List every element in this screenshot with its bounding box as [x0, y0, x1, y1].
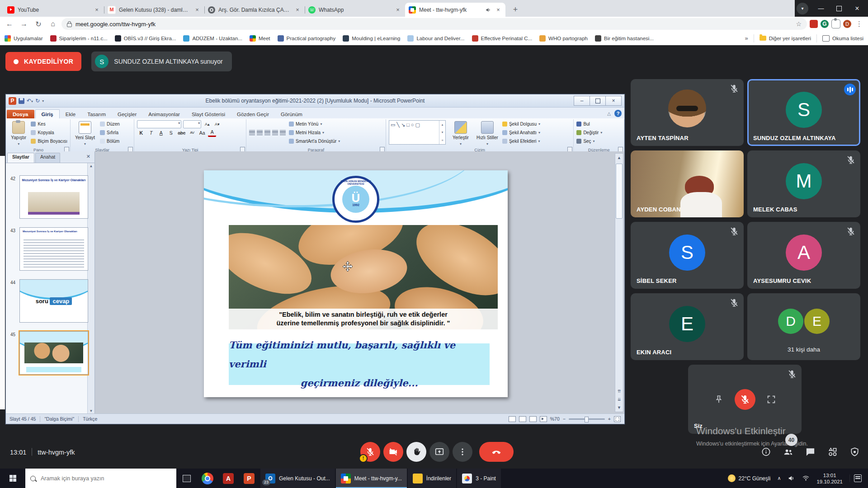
panel-close-icon[interactable]: ✕: [84, 153, 93, 163]
next-slide-button[interactable]: ⇊: [618, 395, 621, 404]
ribbon-tab-animasyonlar[interactable]: Animasyonlar: [142, 110, 186, 118]
taskbar-button[interactable]: 3 - Paint: [457, 469, 501, 488]
ribbon-tab-ekle[interactable]: Ekle: [60, 110, 81, 118]
tab-close-icon[interactable]: ×: [394, 6, 401, 13]
zoom-slider[interactable]: [569, 418, 605, 420]
ribbon-button-yapıştır[interactable]: Yapıştır▾: [9, 120, 28, 146]
font-grow-shrink[interactable]: A▾: [213, 121, 221, 127]
panel-scrollbar[interactable]: ▲▼: [87, 163, 94, 414]
browser-tab[interactable]: Arş. Gör. Damla Kızılca ÇAKALOZ×: [204, 3, 305, 17]
more-options-button[interactable]: [453, 442, 472, 462]
bookmark-item[interactable]: Bir eğitim hastanesi...: [595, 35, 654, 42]
ribbon-button-bul[interactable]: Bul: [576, 120, 602, 128]
qat-customize-icon[interactable]: ▾: [42, 99, 44, 103]
taskbar-app-chrome[interactable]: [197, 469, 218, 488]
ribbon-tab-tasarım[interactable]: Tasarım: [81, 110, 112, 118]
font-style-button-6[interactable]: Aa: [198, 129, 206, 136]
thumbnail-slide[interactable]: Mezuniyet Sonrası İş ve Kariyer Olanakla…: [19, 175, 88, 219]
tab-search-icon[interactable]: ▾: [797, 3, 808, 14]
bookmark-item[interactable]: Meet: [250, 35, 270, 42]
task-view-button[interactable]: [176, 469, 197, 488]
ribbon-button-metin-yönü[interactable]: Metin Yönü▾: [289, 120, 340, 128]
chat-icon[interactable]: [805, 447, 816, 457]
list-indent-icon[interactable]: [264, 122, 270, 127]
browser-tab[interactable]: ☏WhatsApp×: [305, 3, 405, 17]
search-input[interactable]: [40, 475, 171, 482]
forward-icon[interactable]: →: [18, 18, 30, 30]
zoom-out-icon[interactable]: −: [563, 416, 566, 422]
font-grow-shrink[interactable]: A▴: [203, 121, 211, 127]
thumbnail-slide[interactable]: Mezuniyet Sonrası İş ve Kariyer Olanakla…: [19, 227, 88, 271]
weather-widget[interactable]: 22°C Güneşli: [728, 474, 771, 482]
bookmark-star-icon[interactable]: ☆: [796, 20, 802, 28]
redo-icon[interactable]: ↻: [35, 98, 40, 104]
ribbon-button-şekil-efektleri[interactable]: Şekil Efektleri▾: [502, 137, 540, 145]
thumbnail-slide[interactable]: soru cevap: [19, 279, 88, 323]
ribbon-tab-giriş[interactable]: Giriş: [35, 109, 60, 118]
tab-close-icon[interactable]: ×: [294, 6, 301, 13]
ribbon-tab-görünüm[interactable]: Görünüm: [275, 110, 308, 118]
ribbon-button-şekil-anahattı[interactable]: Şekil Anahattı▾: [502, 129, 540, 136]
tab-close-icon[interactable]: ×: [93, 6, 100, 13]
ribbon-button-kopyala[interactable]: Kopyala: [31, 129, 67, 136]
host-controls-icon[interactable]: [849, 447, 860, 457]
bookmark-item[interactable]: Effective Perinatal C...: [472, 35, 533, 42]
ribbon-button-şekil-dolgusu[interactable]: Şekil Dolgusu▾: [502, 120, 540, 128]
font-style-button-5[interactable]: AV: [188, 129, 196, 136]
bookmark-item[interactable]: Moulding | eLearning: [343, 35, 400, 42]
ribbon-button-metni-hizala[interactable]: Metni Hizala▾: [289, 129, 340, 136]
meeting-details-icon[interactable]: [761, 447, 771, 457]
ribbon-tab-geçişler[interactable]: Geçişler: [112, 110, 142, 118]
ribbon-button-değiştir[interactable]: Değiştir▾: [576, 129, 602, 136]
profile-avatar[interactable]: D: [843, 20, 851, 28]
previous-slide-button[interactable]: ⇈: [618, 387, 621, 395]
view-normal-icon[interactable]: [509, 416, 516, 422]
raise-hand-button[interactable]: [406, 442, 426, 462]
tab-close-icon[interactable]: ×: [193, 6, 201, 13]
thumbnail-slide[interactable]: [19, 331, 88, 375]
save-icon[interactable]: [19, 98, 24, 104]
bookmark-item[interactable]: WHO partograph: [539, 35, 588, 42]
ribbon-button-hızlı stiller[interactable]: Hızlı Stiller▾: [476, 120, 499, 146]
extensions-puzzle-icon[interactable]: [831, 19, 840, 28]
font-style-button-0[interactable]: K: [137, 129, 145, 136]
taskbar-app-redapp[interactable]: A: [218, 469, 239, 488]
self-mic-off-button[interactable]: [735, 389, 755, 410]
browser-menu-icon[interactable]: ⋮: [854, 20, 864, 28]
taskbar-button[interactable]: İndirilenler: [408, 469, 456, 488]
grammarly-icon[interactable]: G: [821, 20, 829, 28]
participant-tile[interactable]: SSUNDUZ OZLEM ALTINKAYA: [747, 79, 860, 146]
taskbar-search[interactable]: [25, 469, 176, 488]
ribbon-button-biçim-boyacısı[interactable]: Biçim Boyacısı: [31, 137, 67, 145]
bookmark-item[interactable]: OBİS.v3 // Giriş Ekra...: [115, 35, 176, 42]
people-icon[interactable]: [783, 447, 793, 457]
tab-slaytlar[interactable]: Slaytlar: [7, 153, 34, 163]
home-icon[interactable]: ⌂: [47, 18, 59, 30]
align-icon[interactable]: [280, 130, 286, 135]
extension-red-icon[interactable]: [810, 20, 818, 28]
font-style-button-2[interactable]: A: [157, 129, 165, 136]
browser-tab[interactable]: MGelen Kutusu (328) - damla.kizilc×: [104, 3, 204, 17]
participant-tile[interactable]: EEKIN ARACI: [631, 293, 744, 360]
reload-icon[interactable]: ↻: [33, 18, 44, 30]
volume-icon[interactable]: [788, 474, 795, 482]
network-icon[interactable]: [802, 474, 810, 482]
taskbar-clock[interactable]: 13:01 19.10.2021: [816, 472, 843, 485]
ribbon-button-seç[interactable]: Seç▾: [576, 137, 602, 145]
taskbar-button[interactable]: Meet - ttw-hvgm-y...: [336, 469, 407, 488]
maximize-button[interactable]: [830, 0, 848, 17]
mic-off-button[interactable]: !: [360, 442, 380, 462]
ribbon-tab-dosya[interactable]: Dosya: [7, 110, 34, 118]
action-center-button[interactable]: [849, 474, 865, 482]
end-call-button[interactable]: [479, 442, 514, 462]
font-style-button-1[interactable]: T: [147, 129, 155, 136]
self-tile[interactable]: Siz: [688, 365, 802, 434]
tab-anahat[interactable]: Anahat: [35, 153, 60, 163]
reading-list-button[interactable]: Okuma listesi: [822, 35, 863, 42]
ribbon-tab-slayt gösterisi[interactable]: Slayt Gösterisi: [186, 110, 231, 118]
font-size-select[interactable]: [183, 120, 201, 128]
list-indent-icon[interactable]: [249, 122, 255, 127]
tab-close-icon[interactable]: ×: [495, 6, 502, 13]
pin-icon[interactable]: [714, 394, 724, 404]
view-reading-icon[interactable]: [529, 416, 537, 422]
